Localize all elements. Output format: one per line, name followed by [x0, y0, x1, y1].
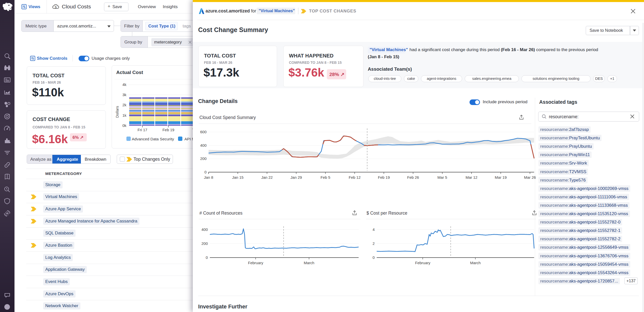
svg-text:?: ?	[6, 305, 8, 309]
svg-text:2k: 2k	[122, 103, 126, 107]
svg-text:Fri 17: Fri 17	[138, 128, 147, 132]
svg-text:3k: 3k	[122, 93, 126, 97]
svg-text:Feb 19: Feb 19	[163, 128, 174, 132]
svg-text:1k: 1k	[122, 113, 126, 117]
svg-text:0k: 0k	[122, 123, 126, 128]
svg-text:4k: 4k	[122, 82, 126, 87]
svg-text:Dollars: Dollars	[115, 106, 119, 118]
